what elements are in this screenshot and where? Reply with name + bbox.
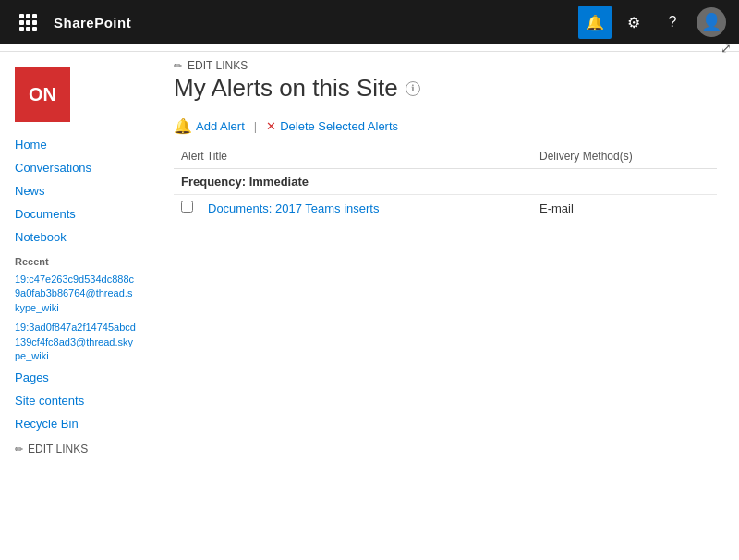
pencil-icon (15, 443, 23, 456)
sidebar-item-recycle-bin[interactable]: Recycle Bin (0, 412, 151, 435)
alert-delivery-cell: E-mail (532, 195, 717, 222)
sharepoint-logo: SharePoint (54, 15, 131, 30)
sidebar-item-notebook[interactable]: Notebook (0, 225, 151, 249)
waffle-icon (19, 14, 37, 31)
sidebar-item-news[interactable]: News (0, 179, 151, 202)
page-header-edit[interactable]: EDIT LINKS (174, 52, 717, 72)
avatar-button[interactable]: 👤 (695, 6, 728, 39)
sidebar-item-site-contents[interactable]: Site contents (0, 389, 151, 412)
delete-icon: ✕ (266, 119, 276, 133)
secondary-bar: ⤢ (0, 44, 739, 52)
alerts-toolbar: 🔔 Add Alert | ✕ Delete Selected Alerts (174, 117, 717, 135)
avatar: 👤 (697, 7, 726, 37)
nav-right: 🔔 ⚙ ? 👤 (578, 6, 728, 39)
frequency-label: Frequency: Immediate (174, 169, 532, 195)
frequency-delivery-empty (532, 169, 717, 195)
notifications-button[interactable]: 🔔 (578, 6, 612, 39)
bell-icon: 🔔 (586, 14, 604, 31)
alert-checkbox[interactable] (181, 201, 193, 213)
sidebar-item-documents[interactable]: Documents (0, 202, 151, 225)
alert-checkbox-cell[interactable] (174, 195, 200, 222)
recent-label: Recent (0, 249, 151, 270)
page-title: My Alerts on this Site (174, 74, 398, 103)
recent-item-2[interactable]: 19:3ad0f847a2f14745abcd139cf4fc8ad3@thre… (0, 318, 151, 366)
top-navigation: SharePoint 🔔 ⚙ ? 👤 (0, 0, 739, 44)
header-pencil-icon (174, 59, 182, 72)
help-button[interactable]: ? (656, 6, 689, 39)
sidebar-edit-links[interactable]: EDIT LINKS (0, 435, 151, 463)
alert-add-icon: 🔔 (174, 117, 192, 135)
site-icon: ON (15, 67, 70, 122)
settings-button[interactable]: ⚙ (617, 6, 650, 39)
waffle-button[interactable] (11, 6, 44, 39)
recent-item-1[interactable]: 19:c47e263c9d534dc888c9a0fab3b86764@thre… (0, 270, 151, 318)
info-icon[interactable]: ℹ (406, 81, 420, 96)
gear-icon: ⚙ (627, 14, 640, 31)
frequency-row: Frequency: Immediate (174, 169, 717, 195)
col-title-header: Alert Title (174, 146, 532, 169)
sidebar-nav: Home Conversations News Documents Notebo… (0, 129, 151, 467)
page-title-row: My Alerts on this Site ℹ (174, 74, 717, 103)
table-row: Documents: 2017 Teams inserts E-mail (174, 195, 717, 222)
add-alert-button[interactable]: Add Alert (196, 119, 245, 133)
delete-alerts-button[interactable]: Delete Selected Alerts (280, 119, 398, 133)
alert-title-cell: Documents: 2017 Teams inserts (200, 195, 532, 222)
toolbar-separator: | (254, 119, 257, 133)
nav-left: SharePoint (11, 6, 131, 39)
alert-table: Alert Title Delivery Method(s) Frequency… (174, 146, 717, 221)
alert-link[interactable]: Documents: 2017 Teams inserts (208, 201, 379, 215)
sidebar-item-pages[interactable]: Pages (0, 366, 151, 389)
question-icon: ? (669, 14, 677, 30)
sidebar-item-conversations[interactable]: Conversations (0, 156, 151, 179)
sidebar: ON Home Conversations News Documents Not… (0, 52, 151, 560)
col-delivery-header: Delivery Method(s) (532, 146, 717, 169)
main-layout: ON Home Conversations News Documents Not… (0, 52, 739, 560)
sidebar-item-home[interactable]: Home (0, 133, 151, 156)
content-area: EDIT LINKS My Alerts on this Site ℹ 🔔 Ad… (151, 52, 739, 560)
